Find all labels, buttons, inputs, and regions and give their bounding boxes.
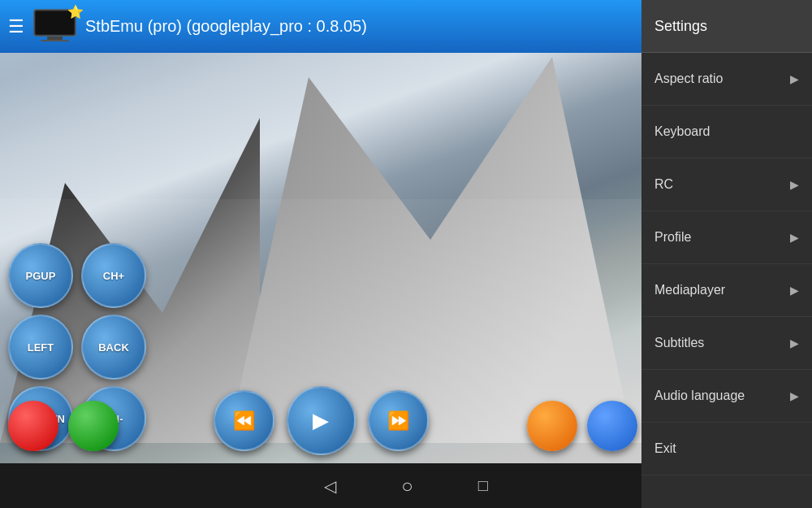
menu-item-label-profile: Profile [654,230,691,245]
menu-item-subtitles[interactable]: Subtitles▶ [641,317,812,370]
menu-item-keyboard[interactable]: Keyboard [641,106,812,158]
menu-item-label-aspect-ratio: Aspect ratio [654,72,723,86]
settings-label: Settings [654,18,707,35]
menu-item-label-subtitles: Subtitles [654,336,704,350]
controls-row-1: PGUP CH+ [8,243,146,308]
menu-item-arrow-mediaplayer: ▶ [790,284,799,297]
app-header: ☰ ⭐ StbEmu (pro) (googleplay_pro : 0.8.0… [0,0,641,53]
svg-rect-2 [47,37,63,40]
svg-rect-3 [41,40,69,41]
pgup-button[interactable]: PGUP [8,243,73,308]
menu-item-rc[interactable]: RC▶ [641,158,812,211]
blue-button[interactable] [587,401,637,451]
menu-item-label-audio-language: Audio language [654,389,745,403]
menu-item-aspect-ratio[interactable]: Aspect ratio▶ [641,53,812,106]
menu-item-label-rc: RC [654,177,673,192]
menu-item-mediaplayer[interactable]: Mediaplayer▶ [641,264,812,317]
menu-item-arrow-aspect-ratio: ▶ [790,72,799,85]
tv-icon-container: ⭐ [32,8,77,46]
recent-nav-button[interactable]: □ [478,476,488,495]
back-button[interactable]: BACK [81,315,146,380]
menu-item-audio-language[interactable]: Audio language▶ [641,370,812,423]
app-title: StbEmu (pro) (googleplay_pro : 0.8.05) [85,17,367,36]
home-nav-button[interactable]: ○ [401,475,413,497]
chplus-button[interactable]: CH+ [81,243,146,308]
menu-item-arrow-profile: ▶ [790,231,799,244]
play-button[interactable]: ▶ [287,386,356,455]
forward-button[interactable]: ⏩ [368,390,429,451]
controls-row-2: LEFT BACK [8,315,146,380]
menu-item-label-keyboard: Keyboard [654,124,710,139]
star-badge: ⭐ [67,4,84,20]
left-button[interactable]: LEFT [8,315,73,380]
dropdown-menu: Settings Aspect ratio▶KeyboardRC▶Profile… [641,0,812,508]
menu-item-arrow-audio-language: ▶ [790,389,799,402]
menu-item-profile[interactable]: Profile▶ [641,211,812,264]
menu-items-container: Aspect ratio▶KeyboardRC▶Profile▶Mediapla… [641,53,812,475]
menu-item-exit[interactable]: Exit [641,423,812,475]
color-buttons-right [527,401,637,451]
settings-header: Settings [641,0,812,53]
orange-button[interactable] [527,401,577,451]
menu-item-label-exit: Exit [654,441,676,456]
menu-item-arrow-rc: ▶ [790,178,799,191]
rewind-button[interactable]: ⏪ [214,390,274,451]
menu-item-label-mediaplayer: Mediaplayer [654,283,725,297]
menu-item-arrow-subtitles: ▶ [790,336,799,350]
menu-icon[interactable]: ☰ [8,18,24,36]
back-nav-button[interactable]: ◁ [324,476,336,496]
